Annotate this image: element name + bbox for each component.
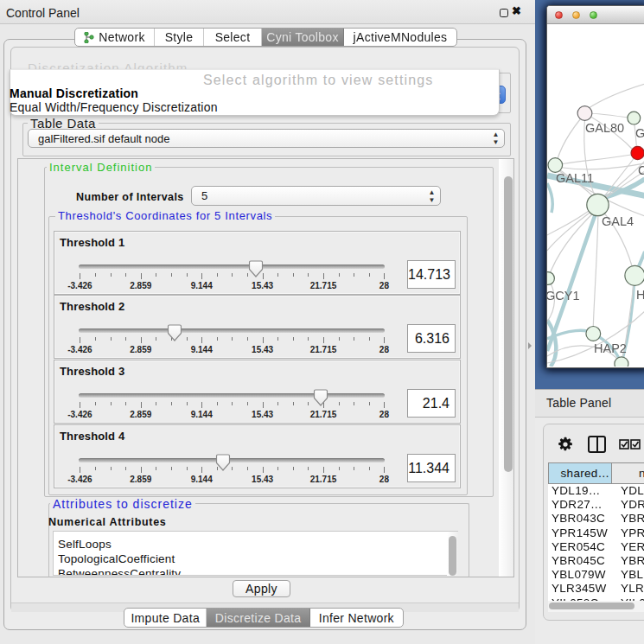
svg-text:GAL80: GAL80 bbox=[585, 121, 624, 135]
svg-text:GCY1: GCY1 bbox=[547, 289, 580, 303]
svg-text:GAL11: GAL11 bbox=[556, 171, 594, 185]
svg-text:GA: GA bbox=[635, 126, 644, 140]
svg-text:HAP2: HAP2 bbox=[594, 341, 627, 355]
svg-text:H: H bbox=[636, 288, 644, 302]
svg-text:GAL4: GAL4 bbox=[602, 214, 634, 228]
svg-text:CB: CB bbox=[638, 163, 644, 177]
